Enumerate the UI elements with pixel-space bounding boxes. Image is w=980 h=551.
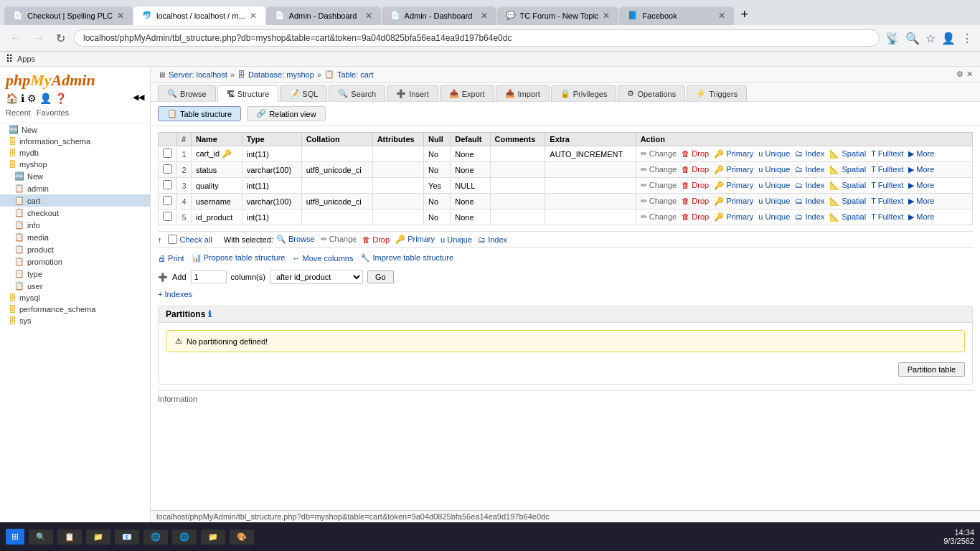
row5-index[interactable]: 🗂 Index: [795, 212, 824, 221]
row3-fulltext[interactable]: T Fulltext: [871, 181, 903, 189]
tab-checkout[interactable]: 📄 Checkout | Spelling PLC ✕: [4, 6, 133, 25]
row5-primary[interactable]: 🔑 Primary: [714, 212, 753, 222]
row2-change[interactable]: ✏ Change: [641, 165, 677, 174]
info-sidebar-icon[interactable]: ℹ: [21, 93, 24, 104]
sidebar-item-mydb[interactable]: 🗄 mydb: [0, 147, 150, 159]
row4-index[interactable]: 🗂 Index: [795, 197, 824, 205]
ws-primary[interactable]: 🔑 Primary: [395, 235, 435, 244]
row4-primary[interactable]: 🔑 Primary: [714, 197, 753, 206]
home-icon[interactable]: 🏠: [6, 93, 18, 104]
taskbar-email[interactable]: 📧: [115, 529, 139, 545]
reload-button[interactable]: ↻: [53, 30, 68, 47]
tab-import[interactable]: 📥 Import: [496, 85, 550, 101]
ws-drop[interactable]: 🗑 Drop: [362, 235, 390, 244]
tab-operations[interactable]: ⚙ Operations: [618, 85, 685, 101]
sidebar-item-type[interactable]: 📋 type: [0, 268, 150, 280]
row2-checkbox[interactable]: [163, 164, 172, 174]
sidebar-item-promotion[interactable]: 📋 promotion: [0, 255, 150, 268]
row1-change[interactable]: ✏ Change: [641, 149, 677, 159]
check-all-checkbox[interactable]: [168, 235, 177, 244]
apps-icon[interactable]: ⠿: [6, 53, 13, 65]
taskbar-chrome1[interactable]: 🌐: [143, 529, 168, 545]
row2-unique[interactable]: u Unique: [758, 165, 790, 174]
row4-drop[interactable]: 🗑 Drop: [682, 197, 709, 205]
row1-spatial[interactable]: 📐 Spatial: [829, 149, 866, 159]
settings-icon[interactable]: ⚙: [27, 93, 37, 104]
row4-change[interactable]: ✏ Change: [641, 197, 677, 206]
row4-fulltext[interactable]: T Fulltext: [871, 197, 903, 205]
sidebar-item-new-myshop[interactable]: 🆕 New: [0, 170, 150, 182]
ws-change[interactable]: ✏ Change: [321, 235, 357, 244]
taskbar-folder[interactable]: 📁: [201, 529, 225, 545]
sidebar-item-checkout[interactable]: 📋 checkout: [0, 207, 150, 219]
row3-primary[interactable]: 🔑 Primary: [714, 181, 753, 190]
row3-spatial[interactable]: 📐 Spatial: [829, 181, 866, 190]
row5-checkbox[interactable]: [163, 212, 172, 221]
tab-browse[interactable]: 🔍 Browse: [158, 85, 216, 101]
row4-checkbox[interactable]: [163, 196, 172, 205]
tab-facebook[interactable]: 📘 Facebook ✕: [619, 6, 734, 25]
row3-more[interactable]: ▶ More: [908, 181, 934, 190]
tab-close-admin2[interactable]: ✕: [481, 11, 488, 21]
row1-unique[interactable]: u Unique: [758, 149, 790, 158]
tab-admin1[interactable]: 📄 Admin - Dashboard ✕: [266, 6, 381, 25]
taskbar-search[interactable]: 🔍: [29, 529, 53, 545]
sidebar-item-sys[interactable]: 🗄 sys: [0, 315, 150, 326]
partition-table-button[interactable]: Partition table: [898, 362, 965, 377]
ws-index[interactable]: 🗂 Index: [478, 235, 507, 244]
row3-checkbox[interactable]: [163, 180, 172, 189]
sidebar-item-mysql[interactable]: 🗄 mysql: [0, 292, 150, 303]
table-link[interactable]: Table: cart: [337, 70, 374, 79]
add-column-go-button[interactable]: Go: [367, 270, 394, 283]
tab-search[interactable]: 🔍 Search: [329, 85, 385, 101]
tab-sql[interactable]: 📝 SQL: [280, 85, 327, 101]
move-columns-link[interactable]: ↔ Move columns: [292, 254, 353, 263]
tab-close-checkout[interactable]: ✕: [117, 11, 124, 21]
propose-structure-link[interactable]: 📊 Propose table structure: [192, 253, 286, 263]
ws-browse[interactable]: 🔍 Browse: [276, 235, 315, 244]
tab-admin2[interactable]: 📄 Admin - Dashboard ✕: [382, 6, 496, 25]
tab-tc-forum[interactable]: 💬 TC Forum - New Topic ✕: [497, 6, 619, 25]
sidebar-item-information-schema[interactable]: 🗄 information_schema: [0, 136, 150, 147]
row5-drop[interactable]: 🗑 Drop: [682, 212, 709, 221]
favorites-link[interactable]: Favorites: [37, 108, 69, 117]
server-link[interactable]: Server: localhost: [169, 70, 227, 79]
recent-link[interactable]: Recent: [6, 108, 31, 117]
check-all-link[interactable]: Check all: [180, 235, 212, 244]
sidebar-item-performance-schema[interactable]: 🗄 performance_schema: [0, 303, 150, 315]
search-toolbar-icon[interactable]: 🔍: [905, 32, 920, 45]
row2-more[interactable]: ▶ More: [908, 165, 934, 174]
user-sidebar-icon[interactable]: 👤: [39, 93, 52, 104]
tab-structure[interactable]: 🏗 Structure: [217, 85, 279, 102]
sub-tab-table-structure[interactable]: 📋 Table structure: [158, 106, 241, 121]
row3-change[interactable]: ✏ Change: [641, 181, 677, 190]
close-main-icon[interactable]: ✕: [966, 70, 973, 79]
sidebar-item-admin[interactable]: 📋 admin: [0, 182, 150, 194]
tab-close-admin1[interactable]: ✕: [365, 11, 372, 21]
row4-spatial[interactable]: 📐 Spatial: [829, 197, 866, 206]
settings-gear-icon[interactable]: ⚙: [956, 70, 963, 79]
row1-primary[interactable]: 🔑 Primary: [714, 149, 753, 159]
profile-icon[interactable]: 👤: [941, 32, 956, 45]
improve-structure-link[interactable]: 🔧 Improve table structure: [360, 253, 453, 263]
database-link[interactable]: Database: myshop: [248, 70, 314, 79]
add-column-count[interactable]: [191, 270, 227, 283]
sidebar-item-myshop[interactable]: 🗄 myshop: [0, 159, 150, 170]
row5-unique[interactable]: u Unique: [758, 212, 790, 221]
indexes-link[interactable]: Indexes: [158, 288, 192, 300]
taskbar-ps[interactable]: 🎨: [230, 529, 254, 545]
sidebar-item-new-global[interactable]: 🆕 New: [0, 123, 150, 136]
tab-triggers[interactable]: ⚡ Triggers: [687, 85, 747, 101]
taskbar-fileexplorer[interactable]: 📁: [86, 529, 110, 545]
tab-privileges[interactable]: 🔒 Privileges: [551, 85, 617, 101]
row1-fulltext[interactable]: T Fulltext: [871, 149, 903, 158]
row1-drop[interactable]: 🗑 Drop: [682, 149, 709, 158]
tab-export[interactable]: 📤 Export: [440, 85, 494, 101]
taskbar-chrome2[interactable]: 🌐: [172, 529, 197, 545]
row1-more[interactable]: ▶ More: [908, 149, 934, 159]
start-button[interactable]: ⊞: [6, 529, 24, 545]
sidebar-item-user[interactable]: 📋 user: [0, 280, 150, 292]
partitions-info-icon[interactable]: ℹ: [208, 309, 212, 319]
row3-index[interactable]: 🗂 Index: [795, 181, 824, 189]
row3-drop[interactable]: 🗑 Drop: [682, 181, 709, 189]
